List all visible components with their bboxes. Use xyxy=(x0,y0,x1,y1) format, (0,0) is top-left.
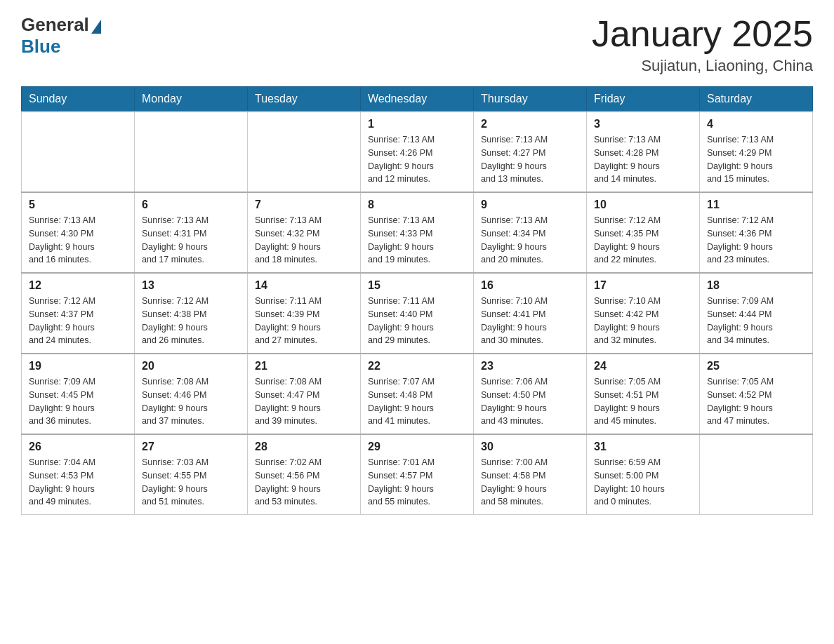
calendar-cell: 8Sunrise: 7:13 AMSunset: 4:33 PMDaylight… xyxy=(361,192,474,273)
calendar-cell: 5Sunrise: 7:13 AMSunset: 4:30 PMDaylight… xyxy=(22,192,135,273)
day-number: 22 xyxy=(368,360,466,373)
day-info: Sunrise: 7:00 AMSunset: 4:58 PMDaylight:… xyxy=(481,456,579,509)
day-info: Sunrise: 7:02 AMSunset: 4:56 PMDaylight:… xyxy=(255,456,353,509)
day-number: 26 xyxy=(29,441,127,453)
day-of-week-wednesday: Wednesday xyxy=(361,87,474,112)
day-info: Sunrise: 7:12 AMSunset: 4:35 PMDaylight:… xyxy=(594,214,692,267)
day-number: 31 xyxy=(594,441,692,453)
day-info: Sunrise: 7:13 AMSunset: 4:31 PMDaylight:… xyxy=(142,214,240,267)
day-info: Sunrise: 7:13 AMSunset: 4:27 PMDaylight:… xyxy=(481,133,579,186)
day-number: 5 xyxy=(29,199,127,211)
day-info: Sunrise: 7:12 AMSunset: 4:37 PMDaylight:… xyxy=(29,295,127,347)
day-number: 27 xyxy=(142,441,240,453)
day-number: 11 xyxy=(707,199,805,211)
day-number: 2 xyxy=(481,118,579,130)
day-number: 25 xyxy=(707,360,805,373)
day-number: 7 xyxy=(255,199,353,211)
day-info: Sunrise: 7:04 AMSunset: 4:53 PMDaylight:… xyxy=(29,456,127,509)
title-section: January 2025 Sujiatun, Liaoning, China xyxy=(592,14,813,75)
calendar-cell xyxy=(135,112,248,192)
calendar-cell: 16Sunrise: 7:10 AMSunset: 4:41 PMDayligh… xyxy=(474,273,587,354)
calendar-table: SundayMondayTuesdayWednesdayThursdayFrid… xyxy=(21,86,813,515)
calendar-cell: 18Sunrise: 7:09 AMSunset: 4:44 PMDayligh… xyxy=(700,273,813,354)
day-info: Sunrise: 7:13 AMSunset: 4:32 PMDaylight:… xyxy=(255,214,353,267)
week-row-1: 1Sunrise: 7:13 AMSunset: 4:26 PMDaylight… xyxy=(22,112,813,192)
calendar-cell: 13Sunrise: 7:12 AMSunset: 4:38 PMDayligh… xyxy=(135,273,248,354)
calendar-cell: 23Sunrise: 7:06 AMSunset: 4:50 PMDayligh… xyxy=(474,354,587,434)
calendar-cell: 28Sunrise: 7:02 AMSunset: 4:56 PMDayligh… xyxy=(248,434,361,515)
calendar-cell: 14Sunrise: 7:11 AMSunset: 4:39 PMDayligh… xyxy=(248,273,361,354)
day-info: Sunrise: 7:07 AMSunset: 4:48 PMDaylight:… xyxy=(368,375,466,428)
day-number: 6 xyxy=(142,199,240,211)
calendar-cell: 29Sunrise: 7:01 AMSunset: 4:57 PMDayligh… xyxy=(361,434,474,515)
day-of-week-saturday: Saturday xyxy=(700,87,813,112)
day-number: 1 xyxy=(368,118,466,130)
calendar-cell: 24Sunrise: 7:05 AMSunset: 4:51 PMDayligh… xyxy=(587,354,700,434)
calendar-cell: 12Sunrise: 7:12 AMSunset: 4:37 PMDayligh… xyxy=(22,273,135,354)
logo-triangle-icon xyxy=(91,20,101,34)
calendar-cell: 31Sunrise: 6:59 AMSunset: 5:00 PMDayligh… xyxy=(587,434,700,515)
day-number: 23 xyxy=(481,360,579,373)
calendar-cell: 9Sunrise: 7:13 AMSunset: 4:34 PMDaylight… xyxy=(474,192,587,273)
calendar-cell: 6Sunrise: 7:13 AMSunset: 4:31 PMDaylight… xyxy=(135,192,248,273)
week-row-2: 5Sunrise: 7:13 AMSunset: 4:30 PMDaylight… xyxy=(22,192,813,273)
calendar-cell: 2Sunrise: 7:13 AMSunset: 4:27 PMDaylight… xyxy=(474,112,587,192)
day-info: Sunrise: 7:13 AMSunset: 4:29 PMDaylight:… xyxy=(707,133,805,186)
day-info: Sunrise: 7:13 AMSunset: 4:34 PMDaylight:… xyxy=(481,214,579,267)
day-info: Sunrise: 7:08 AMSunset: 4:46 PMDaylight:… xyxy=(142,375,240,428)
page-header: General Blue January 2025 Sujiatun, Liao… xyxy=(21,14,813,75)
calendar-cell: 19Sunrise: 7:09 AMSunset: 4:45 PMDayligh… xyxy=(22,354,135,434)
calendar-cell: 15Sunrise: 7:11 AMSunset: 4:40 PMDayligh… xyxy=(361,273,474,354)
day-info: Sunrise: 7:06 AMSunset: 4:50 PMDaylight:… xyxy=(481,375,579,428)
day-info: Sunrise: 7:09 AMSunset: 4:45 PMDaylight:… xyxy=(29,375,127,428)
calendar-cell: 27Sunrise: 7:03 AMSunset: 4:55 PMDayligh… xyxy=(135,434,248,515)
day-number: 12 xyxy=(29,279,127,292)
day-number: 13 xyxy=(142,279,240,292)
calendar-cell: 22Sunrise: 7:07 AMSunset: 4:48 PMDayligh… xyxy=(361,354,474,434)
day-number: 30 xyxy=(481,441,579,453)
logo-general-text: General xyxy=(21,14,89,36)
calendar-cell: 4Sunrise: 7:13 AMSunset: 4:29 PMDaylight… xyxy=(700,112,813,192)
day-info: Sunrise: 7:01 AMSunset: 4:57 PMDaylight:… xyxy=(368,456,466,509)
day-of-week-friday: Friday xyxy=(587,87,700,112)
day-info: Sunrise: 7:13 AMSunset: 4:33 PMDaylight:… xyxy=(368,214,466,267)
week-row-4: 19Sunrise: 7:09 AMSunset: 4:45 PMDayligh… xyxy=(22,354,813,434)
calendar-cell xyxy=(22,112,135,192)
calendar-cell: 10Sunrise: 7:12 AMSunset: 4:35 PMDayligh… xyxy=(587,192,700,273)
day-number: 28 xyxy=(255,441,353,453)
day-info: Sunrise: 7:11 AMSunset: 4:40 PMDaylight:… xyxy=(368,295,466,347)
day-number: 8 xyxy=(368,199,466,211)
calendar-cell: 17Sunrise: 7:10 AMSunset: 4:42 PMDayligh… xyxy=(587,273,700,354)
calendar-body: 1Sunrise: 7:13 AMSunset: 4:26 PMDaylight… xyxy=(22,112,813,515)
calendar-cell: 25Sunrise: 7:05 AMSunset: 4:52 PMDayligh… xyxy=(700,354,813,434)
day-info: Sunrise: 7:09 AMSunset: 4:44 PMDaylight:… xyxy=(707,295,805,347)
day-number: 15 xyxy=(368,279,466,292)
month-title: January 2025 xyxy=(592,14,813,54)
day-info: Sunrise: 7:10 AMSunset: 4:41 PMDaylight:… xyxy=(481,295,579,347)
day-info: Sunrise: 6:59 AMSunset: 5:00 PMDaylight:… xyxy=(594,456,692,509)
day-number: 4 xyxy=(707,118,805,130)
day-info: Sunrise: 7:03 AMSunset: 4:55 PMDaylight:… xyxy=(142,456,240,509)
header-row: SundayMondayTuesdayWednesdayThursdayFrid… xyxy=(22,87,813,112)
calendar-header: SundayMondayTuesdayWednesdayThursdayFrid… xyxy=(22,87,813,112)
day-of-week-tuesday: Tuesday xyxy=(248,87,361,112)
calendar-cell: 30Sunrise: 7:00 AMSunset: 4:58 PMDayligh… xyxy=(474,434,587,515)
calendar-cell: 1Sunrise: 7:13 AMSunset: 4:26 PMDaylight… xyxy=(361,112,474,192)
week-row-3: 12Sunrise: 7:12 AMSunset: 4:37 PMDayligh… xyxy=(22,273,813,354)
day-number: 29 xyxy=(368,441,466,453)
day-info: Sunrise: 7:11 AMSunset: 4:39 PMDaylight:… xyxy=(255,295,353,347)
day-number: 21 xyxy=(255,360,353,373)
day-number: 19 xyxy=(29,360,127,373)
day-number: 24 xyxy=(594,360,692,373)
day-info: Sunrise: 7:13 AMSunset: 4:30 PMDaylight:… xyxy=(29,214,127,267)
calendar-cell xyxy=(700,434,813,515)
day-info: Sunrise: 7:10 AMSunset: 4:42 PMDaylight:… xyxy=(594,295,692,347)
day-info: Sunrise: 7:05 AMSunset: 4:52 PMDaylight:… xyxy=(707,375,805,428)
day-info: Sunrise: 7:05 AMSunset: 4:51 PMDaylight:… xyxy=(594,375,692,428)
day-number: 18 xyxy=(707,279,805,292)
day-number: 9 xyxy=(481,199,579,211)
day-number: 17 xyxy=(594,279,692,292)
day-of-week-sunday: Sunday xyxy=(22,87,135,112)
day-info: Sunrise: 7:13 AMSunset: 4:28 PMDaylight:… xyxy=(594,133,692,186)
day-info: Sunrise: 7:12 AMSunset: 4:36 PMDaylight:… xyxy=(707,214,805,267)
